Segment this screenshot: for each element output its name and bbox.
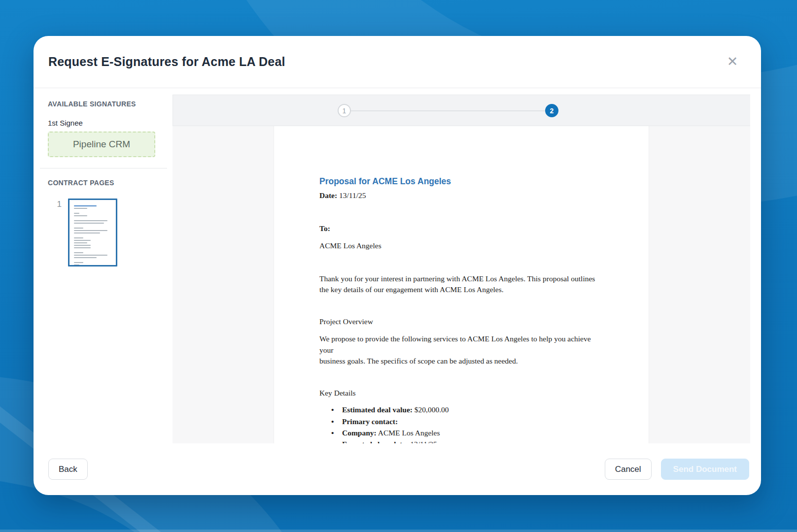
step-2-label: 2: [550, 107, 554, 115]
step-1-label: 1: [343, 107, 347, 115]
signee-label: 1st Signee: [48, 119, 173, 127]
sidebar: AVAILABLE SIGNATURES 1st Signee Pipeline…: [34, 88, 173, 443]
document-key-details-list: Estimated deal value: $20,000.00 Primary…: [319, 404, 604, 443]
step-2-indicator[interactable]: 2: [545, 104, 558, 117]
key-detail-item: Company: ACME Los Angeles: [319, 428, 604, 438]
page-thumbnail-preview: [74, 205, 111, 266]
stepper: 1 2: [173, 95, 750, 126]
document-intro: Thank you for your interest in partnerin…: [319, 273, 604, 296]
document-to-label: To:: [319, 223, 604, 234]
document-page: Proposal for ACME Los Angeles Date: 13/1…: [274, 126, 649, 443]
back-button[interactable]: Back: [48, 459, 88, 480]
date-value: 13/11/25: [337, 191, 366, 200]
key-detail-item: Primary contact:: [319, 416, 604, 427]
modal-title: Request E-Signatures for Acme LA Deal: [48, 55, 285, 69]
modal-body: AVAILABLE SIGNATURES 1st Signee Pipeline…: [34, 88, 761, 443]
modal-header: Request E-Signatures for Acme LA Deal ✕: [34, 36, 761, 88]
request-esignatures-modal: Request E-Signatures for Acme LA Deal ✕ …: [34, 36, 761, 495]
signature-chip-label: Pipeline CRM: [73, 139, 130, 150]
cancel-button[interactable]: Cancel: [605, 459, 652, 480]
page-thumbnail[interactable]: [68, 199, 117, 266]
available-signatures-heading: AVAILABLE SIGNATURES: [48, 100, 173, 108]
close-button[interactable]: ✕: [723, 52, 742, 71]
document-key-details-heading: Key Details: [319, 388, 604, 399]
document-preview-panel: 1 2 Proposal for ACME Los Angeles Date: …: [173, 95, 750, 443]
sidebar-divider: [40, 168, 167, 168]
contract-page-row: 1: [48, 199, 173, 266]
stepper-connector: [344, 110, 552, 111]
contract-pages-heading: CONTRACT PAGES: [48, 179, 173, 187]
signature-chip-pipeline-crm[interactable]: Pipeline CRM: [48, 132, 155, 157]
key-detail-item: Expected close date: 13/11/25: [319, 439, 604, 443]
date-label: Date:: [319, 191, 337, 200]
close-icon: ✕: [727, 54, 738, 69]
document-date-line: Date: 13/11/25: [319, 190, 604, 201]
document-overview-heading: Project Overview: [319, 316, 604, 327]
document-overview-body: We propose to provide the following serv…: [319, 333, 604, 366]
send-document-button[interactable]: Send Document: [661, 459, 749, 480]
step-1-indicator[interactable]: 1: [338, 104, 351, 117]
page-number: 1: [48, 199, 62, 209]
key-detail-item: Estimated deal value: $20,000.00: [319, 404, 604, 415]
document-recipient: ACME Los Angeles: [319, 240, 604, 251]
document-title: Proposal for ACME Los Angeles: [319, 175, 604, 188]
background-bottom-band: [0, 530, 797, 532]
modal-footer: Back Cancel Send Document: [34, 443, 761, 495]
document-scroll-area[interactable]: Proposal for ACME Los Angeles Date: 13/1…: [173, 126, 750, 443]
